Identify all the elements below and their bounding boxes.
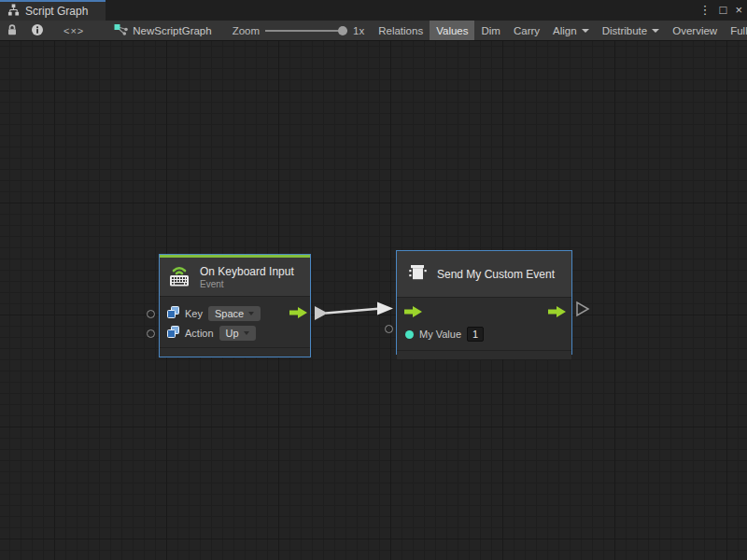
chevron-down-icon [244, 331, 249, 335]
window-menu-button[interactable]: ⋮ [699, 0, 712, 21]
node-footer [160, 347, 310, 357]
custom-event-icon [405, 260, 430, 288]
unit-row-key: Key Space [160, 303, 310, 323]
tab-label: Script Graph [25, 5, 88, 18]
chevron-down-icon [652, 29, 659, 33]
toolbar-button-distribute-label: Distribute [602, 25, 648, 36]
my-value-input[interactable]: 1 [467, 327, 484, 342]
toolbar-button-fullscreen[interactable]: Full S [724, 21, 747, 40]
node-on-keyboard-input[interactable]: On Keyboard Input Event Key Space [159, 254, 311, 357]
toolbar-button-carry[interactable]: Carry [507, 21, 546, 40]
graph-hierarchy-icon [7, 3, 20, 20]
value-port-dot-icon[interactable] [405, 330, 414, 339]
key-dropdown[interactable]: Space [208, 306, 261, 321]
connection-wire [0, 41, 747, 560]
lock-button[interactable] [0, 21, 24, 40]
tab-script-graph[interactable]: Script Graph [0, 0, 106, 21]
node-subtitle: Event [200, 279, 294, 289]
graph-name: NewScriptGraph [133, 25, 211, 36]
trigger-input-arrow-icon[interactable] [404, 304, 422, 321]
action-dropdown[interactable]: Up [219, 326, 256, 341]
zoom-slider[interactable] [265, 25, 347, 36]
wire-start-cap [315, 306, 328, 320]
info-icon [31, 23, 44, 38]
graph-breadcrumb[interactable]: NewScriptGraph [97, 21, 220, 40]
unconnected-output-triangle-icon [577, 302, 588, 315]
toolbar-button-relations[interactable]: Relations [372, 21, 430, 40]
node-body: My Value 1 [397, 297, 571, 350]
info-button[interactable] [24, 21, 50, 40]
node-title: Send My Custom Event [437, 268, 555, 281]
toolbar-button-align[interactable]: Align [546, 21, 596, 40]
code-preview-button[interactable]: <×> [50, 21, 97, 40]
value-literal-icon [167, 325, 179, 342]
lock-icon [7, 23, 18, 38]
graph-toolbar: <×> NewScriptGraph Zoom 1x Relations Val… [0, 21, 747, 41]
zoom-slider-track [265, 30, 347, 32]
graph-canvas[interactable]: On Keyboard Input Event Key Space [0, 41, 747, 560]
zoom-control: Zoom 1x [221, 21, 373, 40]
node-footer [397, 350, 571, 359]
window-maximize-button[interactable]: □ [720, 0, 727, 21]
chevron-down-icon [582, 29, 589, 33]
row-label-key: Key [185, 308, 203, 319]
node-send-my-custom-event[interactable]: Send My Custom Event My Value 1 [396, 250, 572, 355]
wire-arrowhead-icon [377, 302, 393, 315]
keyboard-icon [166, 262, 192, 291]
zoom-value: 1x [353, 25, 364, 36]
window-close-button[interactable]: × [735, 0, 742, 21]
toolbar-button-dim[interactable]: Dim [474, 21, 506, 40]
key-dropdown-value: Space [215, 308, 244, 319]
node-header[interactable]: On Keyboard Input Event [160, 258, 310, 296]
toolbar-button-overview[interactable]: Overview [666, 21, 724, 40]
zoom-slider-handle[interactable] [338, 26, 347, 35]
toolbar-button-distribute[interactable]: Distribute [596, 21, 667, 40]
unit-row-triggers [397, 301, 571, 324]
port-action-input[interactable] [147, 329, 155, 338]
node-title: On Keyboard Input [200, 265, 294, 278]
toolbar-button-values[interactable]: Values [430, 21, 474, 40]
trigger-output-arrow-icon[interactable] [548, 304, 566, 321]
node-body: Key Space Action [160, 296, 310, 347]
trigger-output-arrow-icon[interactable] [289, 305, 307, 322]
unit-row-action: Action Up [160, 323, 310, 343]
window-title-strip: Script Graph ⋮ □ × [0, 0, 747, 21]
row-label-my-value: My Value [419, 329, 461, 340]
script-graph-asset-icon [114, 23, 128, 38]
chevron-down-icon [248, 312, 254, 315]
window-controls: ⋮ □ × [699, 0, 742, 21]
port-my-value-input[interactable] [385, 325, 393, 333]
port-key-input[interactable] [147, 310, 155, 318]
zoom-label: Zoom [233, 25, 260, 36]
node-header[interactable]: Send My Custom Event [397, 251, 571, 297]
unit-row-my-value: My Value 1 [397, 324, 571, 344]
toolbar-button-align-label: Align [553, 25, 577, 36]
value-literal-icon [167, 305, 179, 322]
row-label-action: Action [185, 328, 214, 339]
action-dropdown-value: Up [226, 328, 239, 339]
